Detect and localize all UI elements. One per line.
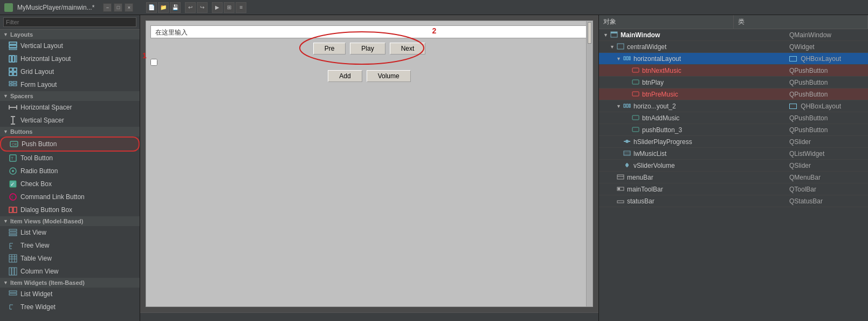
open-file-button[interactable]: 📁 bbox=[158, 2, 169, 13]
minimize-button[interactable]: − bbox=[103, 3, 112, 12]
tree-row-statusbar[interactable]: statusBar QStatusBar bbox=[599, 195, 868, 207]
sidebar-item-form-layout[interactable]: Form Layout bbox=[0, 78, 140, 91]
sidebar-item-dialog-button-box[interactable]: Dialog Button Box bbox=[0, 203, 140, 216]
menubar-icon bbox=[616, 174, 625, 181]
sidebar-item-grid-layout[interactable]: Grid Layout bbox=[0, 65, 140, 78]
tree-row-mainwindow[interactable]: ▼ MainWindow QMainWindow bbox=[599, 29, 868, 41]
redo-button[interactable]: ↪ bbox=[197, 2, 208, 13]
grid-button[interactable]: ⊞ bbox=[224, 2, 235, 13]
sidebar-item-table-view[interactable]: Table View bbox=[0, 252, 140, 265]
tree-row-btnaddmusic[interactable]: btnAddMusic QPushButton bbox=[599, 112, 868, 124]
btnadd-type: QPushButton bbox=[785, 114, 866, 122]
tree-row-horizontallayout[interactable]: ▼ horizontalLayout QHBoxLayout bbox=[599, 53, 868, 65]
sidebar-item-vertical-spacer[interactable]: Vertical Spacer bbox=[0, 114, 140, 127]
svg-rect-60 bbox=[632, 80, 639, 84]
main-layout: ▼ Layouts Vertical Layout Horizontal Lay… bbox=[0, 15, 868, 321]
sidebar-item-radio-button[interactable]: Radio Button bbox=[0, 165, 140, 177]
sidebar-item-horizontal-spacer[interactable]: Horizontal Spacer bbox=[0, 101, 140, 114]
sidebar-item-check-box[interactable]: ✓ Check Box bbox=[0, 177, 140, 190]
sidebar-item-list-view[interactable]: List View bbox=[0, 226, 140, 239]
section-item-widgets[interactable]: ▼ Item Widgets (Item-Based) bbox=[0, 278, 140, 288]
section-item-views[interactable]: ▼ Item Views (Model-Based) bbox=[0, 216, 140, 226]
canvas-buttons-row2: Add Volume bbox=[150, 70, 588, 82]
center-area: 在这里输入 Pre Play Next 2 bbox=[140, 15, 598, 321]
horizout2-type: QHBoxLayout bbox=[785, 103, 866, 110]
sidebar-item-tree-view[interactable]: Tree View bbox=[0, 239, 140, 252]
tree-row-pushbutton3[interactable]: pushButton_3 QPushButton bbox=[599, 124, 868, 136]
run-button[interactable]: ▶ bbox=[212, 2, 223, 13]
push-button-icon: OK bbox=[10, 140, 18, 148]
mainwindow-type: QMainWindow bbox=[785, 31, 866, 39]
tree-row-maintoolbar[interactable]: mainToolBar QToolBar bbox=[599, 183, 868, 195]
align-button[interactable]: ≡ bbox=[236, 2, 246, 13]
canvas-play-button[interactable]: Play bbox=[350, 43, 385, 54]
sidebar-item-list-widget[interactable]: List Widget bbox=[0, 288, 140, 300]
canvas-checkbox[interactable] bbox=[150, 59, 157, 66]
col-class-header: 类 bbox=[734, 15, 869, 29]
sidebar-item-command-link-button[interactable]: ! Command Link Button bbox=[0, 190, 140, 203]
svg-rect-57 bbox=[626, 57, 628, 60]
centralwidget-arrow: ▼ bbox=[610, 44, 615, 50]
hlayout-icon bbox=[623, 56, 631, 62]
tool-button-icon: T bbox=[9, 154, 17, 162]
svg-rect-34 bbox=[9, 235, 17, 236]
svg-text:T: T bbox=[11, 156, 13, 161]
svg-rect-46 bbox=[15, 268, 17, 275]
canvas-next-button[interactable]: Next bbox=[390, 43, 426, 54]
list-widget-label: List Widget bbox=[20, 290, 52, 298]
section-spacers[interactable]: ▼ Spacers bbox=[0, 91, 140, 101]
tree-row-horizout2[interactable]: ▼ horizo...yout_2 QHBoxLayout bbox=[599, 100, 868, 112]
form-canvas[interactable]: 在这里输入 Pre Play Next 2 bbox=[146, 21, 593, 307]
section-layouts[interactable]: ▼ Layouts bbox=[0, 30, 140, 39]
canvas-pre-button[interactable]: Pre bbox=[313, 43, 346, 54]
section-buttons[interactable]: ▼ Buttons bbox=[0, 127, 140, 136]
svg-text:!: ! bbox=[11, 195, 13, 200]
btnplay-name: btnPlay bbox=[642, 79, 785, 86]
tree-row-centralwidget[interactable]: ▼ centralWidget QWidget bbox=[599, 41, 868, 53]
canvas-add-button[interactable]: Add bbox=[328, 70, 362, 82]
tree-row-lwmusiclist[interactable]: lwMusicList QListWidget bbox=[599, 148, 868, 160]
svg-rect-66 bbox=[632, 127, 639, 132]
column-view-label: Column View bbox=[20, 268, 58, 275]
tree-row-btnpremusic[interactable]: btnPreMusic QPushButton bbox=[599, 88, 868, 100]
svg-point-73 bbox=[625, 163, 629, 167]
tree-row-btnnextmusic[interactable]: btnNextMusic QPushButton bbox=[599, 65, 868, 77]
sidebar-item-horizontal-layout[interactable]: Horizontal Layout bbox=[0, 52, 140, 65]
menubar-type: QMenuBar bbox=[785, 174, 866, 181]
canvas-scrollbar[interactable] bbox=[586, 21, 593, 306]
filter-bar bbox=[0, 15, 140, 30]
filter-input[interactable] bbox=[3, 17, 136, 27]
canvas-volume-button[interactable]: Volume bbox=[367, 70, 411, 82]
canvas-input[interactable]: 在这里输入 bbox=[150, 25, 588, 38]
svg-rect-4 bbox=[12, 56, 15, 62]
btnpre-name: btnPreMusic bbox=[642, 91, 785, 98]
save-button[interactable]: 💾 bbox=[170, 2, 181, 13]
tree-view-label: Tree View bbox=[20, 242, 49, 249]
svg-rect-12 bbox=[9, 84, 12, 86]
vertical-spacer-label: Vertical Spacer bbox=[20, 117, 64, 124]
tree-row-btnplay[interactable]: btnPlay QPushButton bbox=[599, 77, 868, 88]
sidebar-item-column-view[interactable]: Column View bbox=[0, 265, 140, 278]
svg-rect-59 bbox=[632, 68, 639, 72]
sidebar-item-vertical-layout[interactable]: Vertical Layout bbox=[0, 39, 140, 52]
vslider-icon bbox=[623, 162, 631, 169]
tree-row-menubar[interactable]: menuBar QMenuBar bbox=[599, 172, 868, 183]
tree-row-vslider[interactable]: vSliderVolume QSlider bbox=[599, 160, 868, 172]
close-button[interactable]: × bbox=[125, 3, 133, 12]
tool-button-label: Tool Button bbox=[20, 154, 53, 162]
undo-button[interactable]: ↩ bbox=[185, 2, 196, 13]
horizontal-spacer-label: Horizontal Spacer bbox=[20, 104, 72, 111]
svg-rect-45 bbox=[12, 268, 14, 275]
new-file-button[interactable]: 📄 bbox=[146, 2, 157, 13]
tree-row-hslider[interactable]: hSliderPlayProgress QSlider bbox=[599, 136, 868, 148]
sidebar-item-tool-button[interactable]: T Tool Button bbox=[0, 152, 140, 165]
sidebar-item-tree-widget[interactable]: Tree Widget bbox=[0, 300, 140, 313]
dialog-button-icon bbox=[9, 206, 17, 214]
statusbar-type: QStatusBar bbox=[785, 197, 866, 205]
svg-rect-64 bbox=[629, 104, 630, 107]
push-button-label: Push Button bbox=[22, 140, 57, 148]
maximize-button[interactable]: □ bbox=[114, 3, 122, 12]
horizontal-spacer-icon bbox=[9, 103, 17, 112]
sidebar-item-push-button[interactable]: OK Push Button bbox=[0, 136, 140, 152]
canvas-scrollbar-thumb[interactable] bbox=[588, 22, 591, 44]
